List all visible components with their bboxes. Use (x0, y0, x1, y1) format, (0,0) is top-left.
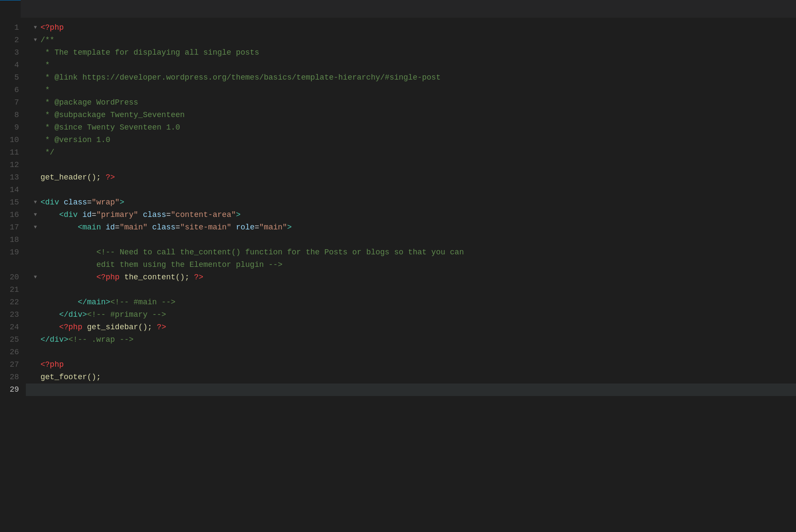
code-line (26, 346, 796, 359)
fold-placeholder (31, 74, 40, 82)
line-text: */ (40, 146, 54, 159)
code-content[interactable]: ▼<?php▼/** * The template for displaying… (26, 18, 796, 532)
fold-arrow[interactable]: ▼ (31, 198, 40, 207)
fold-placeholder (31, 173, 40, 182)
line-text: /** (40, 34, 54, 46)
line-number: 4 (7, 59, 19, 71)
line-text: <?php the_content(); ?> (40, 271, 203, 284)
line-text: <?php (40, 359, 64, 371)
line-text: </main><!-- #main --> (40, 296, 175, 309)
line-number: 20 (7, 271, 19, 284)
line-number: 10 (7, 134, 19, 146)
code-line: edit them using the Elementor plugin --> (26, 259, 796, 271)
fold-placeholder (31, 61, 40, 69)
fold-placeholder (31, 236, 40, 244)
code-line: get_header(); ?> (26, 171, 796, 184)
line-numbers: 1234567891011121314151617181920212223242… (0, 18, 26, 532)
fold-arrow[interactable]: ▼ (31, 223, 40, 232)
line-number: 21 (7, 284, 19, 296)
line-text: edit them using the Elementor plugin --> (40, 259, 283, 271)
code-area: 1234567891011121314151617181920212223242… (0, 18, 796, 532)
line-text: <main id="main" class="site-main" role="… (40, 221, 292, 234)
code-line (26, 159, 796, 171)
code-line: ▼<?php (26, 22, 796, 34)
line-number: 19 (7, 246, 19, 259)
code-line (26, 384, 796, 396)
tab-close-button[interactable] (10, 8, 14, 10)
fold-placeholder (31, 136, 40, 144)
line-number: 7 (7, 96, 19, 109)
code-line: * (26, 59, 796, 71)
line-text: </div><!-- .wrap --> (40, 334, 134, 346)
line-number: 28 (7, 371, 19, 384)
fold-placeholder (31, 386, 40, 394)
line-text: * @link https://developer.wordpress.org/… (40, 71, 441, 84)
code-line: </main><!-- #main --> (26, 296, 796, 309)
line-number: 2 (7, 34, 19, 46)
code-line: ▼/** (26, 34, 796, 46)
code-line: <?php get_sidebar(); ?> (26, 321, 796, 334)
fold-placeholder (31, 148, 40, 157)
line-text: <!-- Need to call the_content() function… (40, 246, 464, 259)
line-number: 24 (7, 321, 19, 334)
code-line: * @subpackage Twenty_Seventeen (26, 109, 796, 121)
line-text: get_header(); ?> (40, 171, 115, 184)
fold-placeholder (31, 261, 40, 269)
fold-placeholder (31, 124, 40, 132)
line-number: 14 (7, 184, 19, 196)
fold-arrow[interactable]: ▼ (31, 211, 40, 219)
fold-arrow[interactable]: ▼ (31, 24, 40, 32)
fold-placeholder (31, 99, 40, 107)
line-number: 1 (7, 22, 19, 34)
line-number: 17 (7, 221, 19, 234)
line-number: 12 (7, 159, 19, 171)
code-line: ▼ <main id="main" class="site-main" role… (26, 221, 796, 234)
line-number (7, 259, 19, 271)
fold-placeholder (31, 86, 40, 94)
code-line (26, 184, 796, 196)
line-number: 13 (7, 171, 19, 184)
line-number: 29 (7, 384, 19, 396)
line-text: <?php get_sidebar(); ?> (40, 321, 166, 334)
code-line: ▼<div class="wrap"> (26, 196, 796, 209)
fold-placeholder (31, 161, 40, 169)
line-number: 3 (7, 46, 19, 59)
line-number: 27 (7, 359, 19, 371)
code-line: * @link https://developer.wordpress.org/… (26, 71, 796, 84)
fold-arrow[interactable]: ▼ (31, 273, 40, 281)
line-text: * @version 1.0 (40, 134, 110, 146)
code-line: ▼ <?php the_content(); ?> (26, 271, 796, 284)
code-line: * @since Twenty Seventeen 1.0 (26, 121, 796, 134)
line-number: 15 (7, 196, 19, 209)
code-line (26, 234, 796, 246)
fold-placeholder (31, 348, 40, 356)
line-number: 18 (7, 234, 19, 246)
fold-placeholder (31, 298, 40, 306)
code-line (26, 284, 796, 296)
fold-placeholder (31, 286, 40, 294)
line-number: 6 (7, 84, 19, 96)
fold-placeholder (31, 361, 40, 369)
code-line: </div><!-- #primary --> (26, 309, 796, 321)
line-number: 9 (7, 121, 19, 134)
line-text: <div class="wrap"> (40, 196, 124, 209)
line-number: 11 (7, 146, 19, 159)
code-line: * @package WordPress (26, 96, 796, 109)
fold-placeholder (31, 49, 40, 57)
line-text: * The template for displaying all single… (40, 46, 259, 59)
fold-placeholder (31, 311, 40, 319)
line-number: 26 (7, 346, 19, 359)
fold-placeholder (31, 373, 40, 381)
file-tab[interactable] (0, 0, 21, 18)
fold-arrow[interactable]: ▼ (31, 36, 40, 44)
code-line: get_footer(); (26, 371, 796, 384)
tab-bar (0, 0, 796, 18)
line-number: 22 (7, 296, 19, 309)
code-line: <?php (26, 359, 796, 371)
line-number: 23 (7, 309, 19, 321)
code-line: ▼ <div id="primary" class="content-area"… (26, 209, 796, 221)
line-text: <div id="primary" class="content-area"> (40, 209, 241, 221)
code-line: <!-- Need to call the_content() function… (26, 246, 796, 259)
line-text: * @subpackage Twenty_Seventeen (40, 109, 185, 121)
line-text: * (40, 84, 50, 96)
